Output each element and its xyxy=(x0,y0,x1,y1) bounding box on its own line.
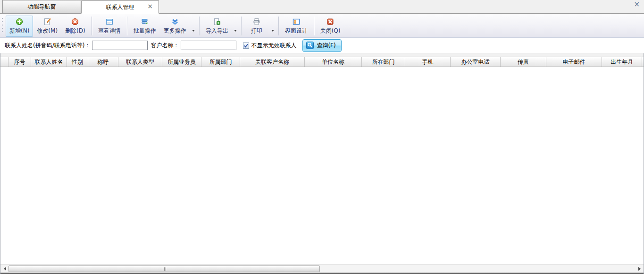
print-button[interactable]: 打印 xyxy=(244,16,269,37)
ui-design-icon xyxy=(293,18,300,26)
batch-operations-icon xyxy=(141,18,149,26)
scroll-left-button[interactable] xyxy=(1,265,8,272)
add-icon xyxy=(16,18,23,26)
toolbar-button-label: 导入导出 xyxy=(206,27,228,35)
hide-invalid-checkbox[interactable] xyxy=(243,43,249,49)
contact-name-input[interactable] xyxy=(92,41,148,50)
toolbar-separator xyxy=(241,17,242,35)
query-button-label: 查询(F) xyxy=(317,42,335,50)
column-header-customer-name[interactable]: 关联客户名称 xyxy=(240,57,305,67)
hide-invalid-label: 不显示无效联系人 xyxy=(251,42,296,50)
print-dropdown-button[interactable] xyxy=(269,25,276,34)
tab-function-nav[interactable]: 功能导航窗 xyxy=(2,0,81,13)
add-button[interactable]: 新增(N) xyxy=(6,16,33,37)
app-window: 功能导航窗 联系人管理 × × 新增(N) 修改(M) 删除(D) xyxy=(0,0,644,274)
column-header-email[interactable]: 电子邮件 xyxy=(546,57,602,67)
view-details-button[interactable]: 查看详情 xyxy=(94,16,125,37)
more-operations-button[interactable]: 更多操作 xyxy=(160,16,190,37)
more-operations-icon xyxy=(171,18,179,26)
batch-operations-button[interactable]: 批量操作 xyxy=(130,16,160,37)
column-header-birth-date[interactable]: 出生年月 xyxy=(602,57,642,67)
query-button[interactable]: 查询(F) xyxy=(302,39,341,52)
toolbar-separator xyxy=(278,17,279,35)
column-header-office-phone[interactable]: 办公室电话 xyxy=(451,57,501,67)
horizontal-scrollbar xyxy=(0,264,644,273)
column-header-fax[interactable]: 传真 xyxy=(501,57,546,67)
window-close-icon[interactable]: × xyxy=(634,0,640,8)
customer-name-label: 客户名称： xyxy=(151,42,179,50)
toolbar-button-label: 打印 xyxy=(251,27,262,35)
view-details-icon xyxy=(106,18,113,26)
delete-icon xyxy=(71,18,79,26)
scrollbar-grip-icon xyxy=(162,265,167,272)
close-icon xyxy=(326,18,334,26)
column-header-gender[interactable]: 性别 xyxy=(67,57,88,67)
toolbar-button-label: 关闭(Q) xyxy=(320,27,341,35)
dropdown-arrow-icon xyxy=(234,30,237,32)
print-icon xyxy=(253,18,260,26)
toolbar-button-label: 修改(M) xyxy=(37,27,58,35)
row-indicator-header xyxy=(0,57,8,67)
filter-bar: 联系人姓名(拼音码/联系电话等)： 客户名称： 不显示无效联系人 查询(F) xyxy=(0,38,644,53)
toolbar-button-label: 删除(D) xyxy=(65,27,85,35)
table-header-row: 序号 联系人姓名 性别 称呼 联系人类型 所属业务员 所属部门 关联客户名称 单… xyxy=(0,57,644,67)
contact-table-panel: 序号 联系人姓名 性别 称呼 联系人类型 所属业务员 所属部门 关联客户名称 单… xyxy=(0,53,644,274)
tab-contact-management[interactable]: 联系人管理 × xyxy=(81,0,159,14)
toolbar-button-label: 更多操作 xyxy=(164,27,186,35)
toolbar-separator xyxy=(92,17,92,35)
tab-strip: 功能导航窗 联系人管理 × × xyxy=(0,0,644,14)
column-header-department[interactable]: 所属部门 xyxy=(201,57,240,67)
column-header-salutation[interactable]: 称呼 xyxy=(88,57,118,67)
scroll-left-arrow-icon xyxy=(4,267,6,271)
toolbar-separator xyxy=(314,17,314,35)
column-header-filler xyxy=(642,57,644,67)
column-header-salesperson[interactable]: 所属业务员 xyxy=(162,57,201,67)
customer-name-input[interactable] xyxy=(181,41,236,50)
import-export-dropdown-button[interactable] xyxy=(232,25,239,34)
dropdown-arrow-icon xyxy=(192,30,195,32)
column-header-seq[interactable]: 序号 xyxy=(8,57,31,67)
dropdown-arrow-icon xyxy=(271,30,274,32)
column-header-contact-dept[interactable]: 所在部门 xyxy=(362,57,405,67)
close-button[interactable]: 关闭(Q) xyxy=(317,16,344,37)
column-header-contact-name[interactable]: 联系人姓名 xyxy=(31,57,67,67)
delete-button[interactable]: 删除(D) xyxy=(61,16,89,37)
scrollbar-track[interactable] xyxy=(8,265,636,273)
table-body-empty[interactable] xyxy=(0,67,644,264)
toolbar-button-label: 界面设计 xyxy=(285,27,308,35)
ui-design-button[interactable]: 界面设计 xyxy=(281,16,311,37)
scrollbar-thumb[interactable] xyxy=(8,265,320,272)
more-operations-dropdown-button[interactable] xyxy=(190,25,197,34)
toolbar-separator xyxy=(127,17,127,35)
toolbar-separator xyxy=(199,17,200,35)
import-export-button[interactable]: 导入导出 xyxy=(202,16,232,37)
checkmark-icon xyxy=(243,43,249,48)
search-icon xyxy=(306,42,314,49)
import-export-icon xyxy=(213,18,221,26)
edit-icon xyxy=(43,18,51,26)
scroll-right-arrow-icon xyxy=(638,267,641,271)
tab-label: 联系人管理 xyxy=(106,3,134,11)
edit-button[interactable]: 修改(M) xyxy=(33,16,61,37)
contact-name-label: 联系人姓名(拼音码/联系电话等)： xyxy=(5,42,90,50)
tab-label: 功能导航窗 xyxy=(28,3,56,11)
toolbar-grip-handle[interactable] xyxy=(2,18,3,34)
column-header-mobile[interactable]: 手机 xyxy=(405,57,451,67)
column-header-contact-type[interactable]: 联系人类型 xyxy=(118,57,162,67)
tab-close-icon[interactable]: × xyxy=(147,3,153,9)
toolbar-button-label: 批量操作 xyxy=(134,27,156,35)
scroll-right-button[interactable] xyxy=(636,265,643,272)
toolbar: 新增(N) 修改(M) 删除(D) 查看详情 批量操作 xyxy=(0,14,644,38)
toolbar-button-label: 查看详情 xyxy=(98,27,121,35)
column-header-company-name[interactable]: 单位名称 xyxy=(305,57,362,67)
toolbar-button-label: 新增(N) xyxy=(9,27,29,35)
